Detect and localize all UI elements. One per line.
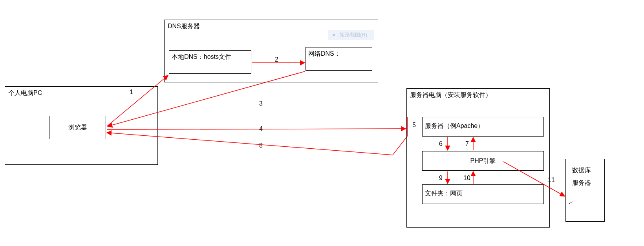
local-dns-label: 本地DNS：hosts文件 [172, 53, 231, 61]
step-4: 4 [259, 126, 263, 133]
apache-label: 服务器（例Apache） [425, 122, 484, 130]
folder-label: 文件夹：网页 [425, 190, 463, 198]
step-8: 8 [259, 142, 263, 149]
db-label-2: 服务器 [572, 179, 591, 187]
screenshot-hint: 矩形截图(R) [328, 30, 374, 40]
step-6: 6 [439, 140, 443, 148]
folder-box: 文件夹：网页 [422, 184, 544, 204]
browser-label: 浏览器 [49, 116, 106, 139]
db-label-1: 数据库 [572, 166, 591, 175]
dns-title: DNS服务器 [168, 22, 200, 31]
db-box: 数据库 服务器 [565, 159, 605, 222]
step-2: 2 [275, 56, 278, 63]
php-label: PHP引擎 [423, 151, 543, 170]
php-box: PHP引擎 [422, 151, 544, 171]
step-11: 11 [548, 177, 555, 184]
step-9: 9 [439, 175, 443, 182]
apache-box: 服务器（例Apache） [422, 117, 544, 137]
network-dns-box: 网络DNS： [306, 47, 372, 71]
step-10: 10 [463, 175, 470, 182]
network-dns-label: 网络DNS： [308, 50, 340, 58]
local-dns-box: 本地DNS：hosts文件 [169, 50, 251, 74]
browser-box: 浏览器 [49, 116, 106, 139]
server-title: 服务器电脑（安装服务软件） [410, 91, 492, 99]
step-7: 7 [465, 140, 469, 148]
pc-title: 个人电脑PC [8, 89, 42, 97]
step-5: 5 [412, 122, 416, 129]
step-3: 3 [259, 100, 263, 107]
step-1: 1 [130, 89, 133, 96]
